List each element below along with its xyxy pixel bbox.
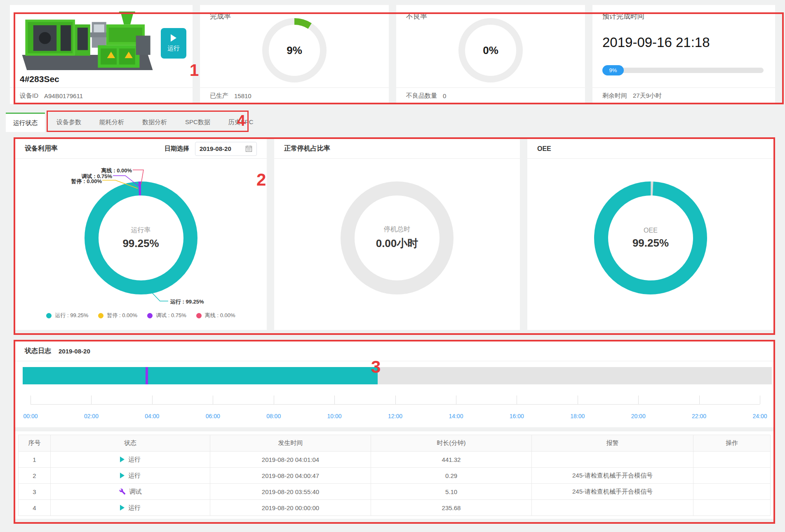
utilization-header: 设备利用率 日期选择 2019-08-20 (15, 139, 267, 159)
oee-title: OEE (537, 145, 551, 153)
col-alarm: 报警 (532, 435, 693, 452)
eta-card-footer: 剩余时间 27天9小时 (592, 87, 775, 104)
date-picker-group: 日期选择 2019-08-20 (165, 142, 257, 156)
cell-time: 2019-08-20 04:01:04 (210, 452, 371, 468)
col-status: 状态 (51, 435, 210, 452)
tab-bar: 运行状态 设备参数 能耗分析 数据分析 SPC数据 历史SPC (6, 113, 266, 132)
device-id-value: A94B0179611 (44, 92, 83, 99)
eta-datetime: 2019-09-16 21:18 (602, 35, 710, 50)
run-button-label: 运行 (167, 45, 180, 52)
col-duration: 时长(分钟) (371, 435, 532, 452)
col-time: 发生时间 (210, 435, 371, 452)
status-log-title: 状态日志 (25, 347, 51, 355)
oee-panel: OEE OEE 99.25% (527, 139, 774, 330)
dashboard-page: 运行 4#283Sec 设备ID A94B0179611 完成率 9% 已生产 … (0, 0, 785, 532)
tab-spc-data[interactable]: SPC数据 (179, 118, 216, 126)
downtime-label: 停机总时 (384, 225, 410, 234)
table-row: 1 运行 2019-08-20 04:01:04 441.32 (19, 452, 771, 468)
downtime-header: 正常停机占比率 (274, 139, 520, 159)
run-rate-label: 运行率 (131, 226, 151, 235)
callout-pause: 暂停 : 0.00% (71, 178, 102, 185)
table-row: 4 运行 2019-08-20 00:00:00 235.68 (19, 500, 771, 516)
eta-progress-badge: 9% (602, 65, 624, 75)
completion-rate-title: 完成率 (210, 12, 231, 21)
oee-header: OEE (527, 139, 774, 159)
tab-energy-analysis[interactable]: 能耗分析 (94, 118, 130, 126)
axis-label: 14:00 (449, 413, 463, 419)
cell-action (693, 484, 771, 500)
remaining-time-value: 27天9小时 (633, 92, 662, 100)
utilization-donut: 运行率 99.25% (83, 180, 199, 296)
status-text: 运行 (128, 504, 141, 512)
run-button[interactable]: 运行 (161, 28, 186, 59)
status-log-table: 序号 状态 发生时间 时长(分钟) 报警 操作 1 运行 2019-08-20 … (18, 435, 771, 516)
axis-label: 18:00 (570, 413, 585, 419)
table-header-row: 序号 状态 发生时间 时长(分钟) 报警 操作 (19, 435, 771, 452)
completion-card-footer: 已生产 15810 (200, 87, 389, 104)
axis-label: 06:00 (206, 413, 220, 419)
date-picker-input[interactable]: 2019-08-20 (195, 142, 257, 156)
cell-time: 2019-08-20 04:00:47 (210, 468, 371, 484)
cell-duration: 5.10 (371, 484, 532, 500)
axis-tick (517, 395, 517, 404)
axis-label: 24:00 (752, 413, 767, 419)
cell-status: 调试 (51, 484, 210, 500)
downtime-donut: 停机总时 0.00小时 (339, 180, 455, 296)
produced-value: 15810 (234, 92, 251, 99)
axis-tick (578, 395, 578, 404)
cell-alarm (532, 500, 693, 516)
charts-row: 设备利用率 日期选择 2019-08-20 (15, 139, 774, 330)
defect-count-value: 0 (443, 92, 446, 99)
axis-tick (699, 395, 700, 404)
tab-running-status[interactable]: 运行状态 (6, 113, 45, 132)
run-icon (120, 457, 125, 462)
date-value: 2019-08-20 (200, 145, 231, 152)
cell-time: 2019-08-20 03:55:40 (210, 484, 371, 500)
axis-tick (760, 395, 760, 404)
timeline-segment-运行 (148, 367, 377, 384)
defect-rate-donut: 0% (458, 17, 524, 83)
cell-action (693, 468, 771, 484)
cell-duration: 0.29 (371, 468, 532, 484)
axis-tick (638, 395, 639, 404)
cell-seq: 3 (19, 484, 51, 500)
axis-label: 00:00 (23, 413, 38, 419)
legend-pause-label: 暂停 : 0.00% (107, 312, 137, 319)
run-rate-value: 99.25% (122, 237, 159, 250)
status-log-header: 状态日志 2019-08-20 (15, 341, 774, 361)
legend-run: 运行 : 99.25% (46, 312, 88, 319)
tab-device-params[interactable]: 设备参数 (51, 118, 87, 126)
log-table-panel: 序号 状态 发生时间 时长(分钟) 报警 操作 1 运行 2019-08-20 … (15, 431, 774, 519)
timeline-segment (378, 367, 772, 384)
cell-time: 2019-08-20 00:00:00 (210, 500, 371, 516)
axis-tick (213, 395, 213, 404)
cell-duration: 235.68 (371, 500, 532, 516)
axis-label: 08:00 (266, 413, 281, 419)
axis-tick (274, 395, 274, 404)
tab-history-spc[interactable]: 历史SPC (223, 118, 259, 126)
axis-tick (456, 395, 456, 404)
legend-debug: 调试 : 0.75% (147, 312, 186, 319)
tab-data-analysis[interactable]: 数据分析 (136, 118, 173, 126)
status-timeline-bar[interactable] (23, 367, 772, 384)
axis-tick (31, 395, 31, 404)
device-id-label: 设备ID (20, 92, 38, 100)
run-icon (120, 505, 125, 511)
legend-offline-label: 离线 : 0.00% (205, 312, 235, 319)
completion-rate-card: 完成率 9% 已生产 15810 (200, 5, 389, 104)
downtime-title: 正常停机占比率 (284, 144, 330, 153)
table-row: 3 调试 2019-08-20 03:55:40 5.10 245-请检查机械手… (19, 484, 771, 500)
timeline-segment-运行 (23, 367, 146, 384)
status-log-panel: 状态日志 2019-08-20 00:0002:0004:0006:0008:0… (15, 341, 774, 427)
downtime-panel: 正常停机占比率 停机总时 0.00小时 (274, 139, 520, 330)
axis-label: 20:00 (631, 413, 646, 419)
cell-alarm: 245-请检查机械手开合模信号 (532, 484, 693, 500)
utilization-title: 设备利用率 (25, 144, 58, 153)
cell-action (693, 500, 771, 516)
cell-seq: 1 (19, 452, 51, 468)
axis-tick (152, 395, 153, 404)
axis-tick (395, 395, 396, 404)
axis-tick (91, 395, 92, 404)
axis-label: 12:00 (388, 413, 402, 419)
downtime-donut-center: 停机总时 0.00小时 (339, 180, 455, 296)
